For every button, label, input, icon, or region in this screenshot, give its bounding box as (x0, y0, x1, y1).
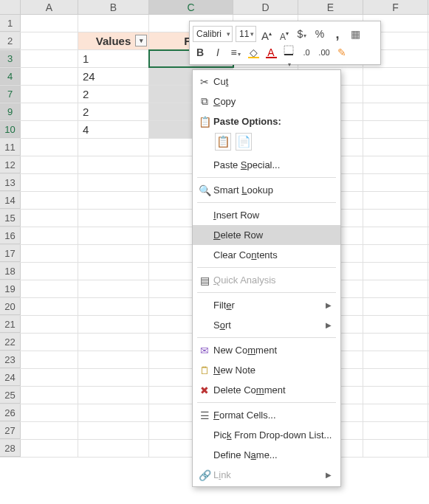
cell[interactable] (78, 316, 149, 333)
cell[interactable] (21, 227, 78, 244)
cell[interactable] (363, 245, 428, 262)
cell[interactable]: 24 (78, 68, 149, 85)
cell[interactable] (78, 192, 149, 209)
row-header[interactable]: 7 (0, 86, 21, 103)
cell[interactable] (363, 68, 428, 85)
cell[interactable] (21, 245, 78, 262)
borders-icon[interactable] (281, 45, 296, 60)
fill-color-icon[interactable]: ◇ (246, 45, 261, 60)
cell[interactable] (21, 50, 78, 67)
cell[interactable] (21, 440, 78, 457)
row-header[interactable]: 12 (0, 156, 21, 173)
cell[interactable] (78, 298, 149, 315)
row-header[interactable]: 15 (0, 210, 21, 227)
decrease-decimal-icon[interactable]: .00 (317, 45, 332, 60)
cell[interactable] (78, 210, 149, 227)
decrease-font-icon[interactable]: A▾ (277, 27, 292, 41)
row-header[interactable]: 14 (0, 192, 21, 209)
cell[interactable] (363, 103, 428, 120)
currency-format-icon[interactable]: $ (295, 27, 309, 41)
cell[interactable] (21, 404, 78, 421)
ctx-delete-comment[interactable]: ✖ Delete Comment (193, 380, 340, 400)
row-header[interactable]: 26 (0, 404, 21, 421)
cell[interactable] (363, 280, 428, 297)
row-header[interactable]: 1 (0, 15, 21, 32)
cell[interactable] (363, 86, 428, 103)
cell[interactable] (21, 334, 78, 351)
row-header[interactable]: 28 (0, 440, 21, 457)
comma-format-icon[interactable]: , (330, 27, 345, 41)
cell[interactable] (21, 86, 78, 103)
cell[interactable] (363, 121, 428, 138)
row-header[interactable]: 13 (0, 174, 21, 191)
cell[interactable] (363, 263, 428, 280)
filter-dropdown-icon[interactable]: ▾ (135, 35, 147, 46)
cell[interactable] (78, 15, 149, 32)
row-header[interactable]: 25 (0, 387, 21, 404)
cell[interactable] (363, 192, 428, 209)
cell[interactable] (21, 263, 78, 280)
cell[interactable] (21, 280, 78, 297)
increase-decimal-icon[interactable]: .0 (299, 45, 314, 60)
cell[interactable] (363, 139, 428, 156)
font-size-combo[interactable]: 11 (236, 26, 256, 42)
row-header[interactable]: 4 (0, 68, 21, 85)
select-all-corner[interactable] (0, 0, 21, 14)
row-header[interactable]: 23 (0, 351, 21, 368)
cell[interactable] (78, 351, 149, 368)
row-header[interactable]: 2 (0, 32, 21, 49)
cell[interactable] (21, 174, 78, 191)
ctx-new-comment[interactable]: ✉ New Comment (193, 340, 340, 360)
cell[interactable]: 1 (78, 50, 149, 67)
cell[interactable] (21, 15, 78, 32)
paste-icon-values[interactable]: 📄 (236, 133, 252, 151)
cell[interactable]: 4 (78, 121, 149, 138)
cell[interactable]: 2 (78, 103, 149, 120)
cell[interactable] (21, 121, 78, 138)
cell[interactable] (21, 369, 78, 386)
cell[interactable] (78, 227, 149, 244)
cell[interactable] (21, 351, 78, 368)
cell[interactable] (21, 316, 78, 333)
row-header[interactable]: 10 (0, 121, 21, 138)
col-header-D[interactable]: D (233, 0, 298, 14)
cell[interactable] (78, 245, 149, 262)
row-header[interactable]: 3 (0, 50, 21, 67)
row-header[interactable]: 20 (0, 298, 21, 315)
cell[interactable] (363, 422, 428, 439)
col-header-C[interactable]: C (149, 0, 233, 14)
col-header-A[interactable]: A (21, 0, 78, 14)
cell[interactable] (78, 387, 149, 404)
cell[interactable] (21, 139, 78, 156)
row-header[interactable]: 11 (0, 139, 21, 156)
row-header[interactable]: 17 (0, 245, 21, 262)
row-header[interactable]: 9 (0, 103, 21, 120)
cell[interactable] (21, 32, 78, 49)
italic-icon[interactable]: I (210, 45, 225, 60)
cell[interactable] (21, 192, 78, 209)
cell[interactable] (78, 280, 149, 297)
ctx-pick-list[interactable]: Pick From Drop-down List... (193, 425, 340, 445)
font-name-combo[interactable]: Calibri (193, 26, 233, 42)
cell[interactable] (363, 227, 428, 244)
cell[interactable] (363, 316, 428, 333)
cell[interactable] (363, 210, 428, 227)
cell[interactable] (78, 263, 149, 280)
row-header[interactable]: 27 (0, 422, 21, 439)
format-painter-icon[interactable]: ✎ (334, 45, 349, 60)
paste-icon-default[interactable]: 📋 (215, 133, 231, 151)
col-header-F[interactable]: F (363, 0, 428, 14)
cell[interactable] (363, 298, 428, 315)
row-header[interactable]: 24 (0, 369, 21, 386)
row-header[interactable]: 21 (0, 316, 21, 333)
ctx-new-note[interactable]: 🗒 New Note (193, 360, 340, 380)
bold-icon[interactable]: B (193, 45, 207, 60)
col-header-E[interactable]: E (298, 0, 363, 14)
cell[interactable] (363, 440, 428, 457)
cell[interactable] (21, 103, 78, 120)
ctx-smart-lookup[interactable]: 🔍 Smart Lookup (193, 180, 340, 200)
ctx-copy[interactable]: ⧉ Copy (193, 92, 340, 111)
row-header[interactable]: 18 (0, 263, 21, 280)
cell[interactable] (21, 68, 78, 85)
ctx-delete-row[interactable]: Delete Row (193, 225, 340, 245)
